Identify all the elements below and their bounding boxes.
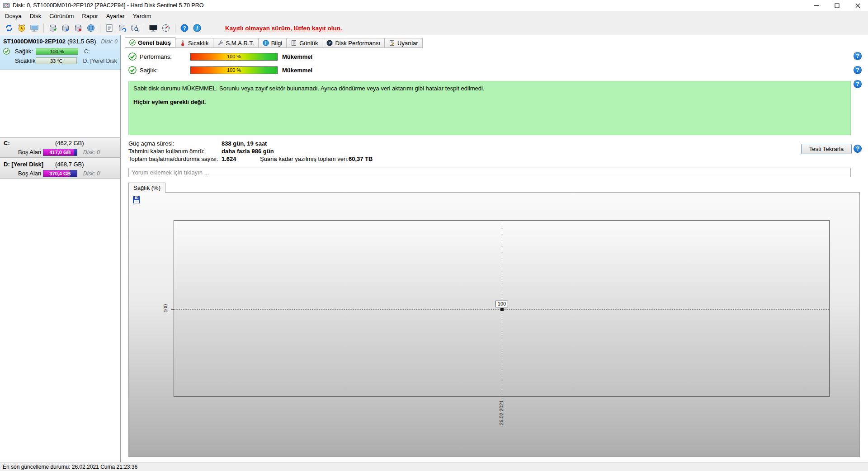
status-text: Sabit disk durumu MÜKEMMEL. Sorunlu veya… [133,85,846,92]
disk-title-row: ST1000DM010-2EP102 (931,5 GB) Disk: 0 [3,38,118,45]
help-icon[interactable]: ? [854,52,862,60]
save-chart-icon[interactable] [132,196,141,204]
help-glyph: ? [856,81,859,87]
tab-label: S.M.A.R.T. [226,40,254,47]
stat-label: Şuana kadar yazılmış toplam veri: [260,155,349,162]
gauge-icon[interactable] [160,22,172,34]
disk-health-row: Sağlık: 100 % C; [3,47,118,55]
register-link[interactable]: Kayıtlı olmayan sürüm, lütfen kayıt olun… [225,25,342,32]
tab-gunluk[interactable]: Günlük [286,38,322,48]
refresh-icon[interactable] [3,22,15,34]
health-value: 100 % [191,67,277,74]
partition-disk-number: Disk: 0 [83,149,100,155]
partition-letter-c: C; [84,48,90,55]
window-title: Disk: 0, ST1000DM010-2EP102 [Z9AC2E94] -… [13,2,203,9]
menu-ayarlar[interactable]: Ayarlar [102,11,129,21]
free-space-value: 370,4 GB [43,170,77,177]
disk-search-icon[interactable] [128,22,141,34]
report-icon[interactable] [103,22,116,34]
maximize-button[interactable] [826,0,847,11]
disk-list-item-selected[interactable]: ST1000DM010-2EP102 (931,5 GB) Disk: 0 Sa… [0,35,120,70]
main-area: ST1000DM010-2EP102 (931,5 GB) Disk: 0 Sa… [0,35,868,462]
help-icon[interactable]: ? [854,80,862,88]
tab-smart[interactable]: S.M.A.R.T. [213,38,259,48]
menu-yardim[interactable]: Yardım [129,11,156,21]
action-text: Hiçbir eylem gerekli değil. [133,99,846,105]
sidebar: ST1000DM010-2EP102 (931,5 GB) Disk: 0 Sa… [0,35,121,462]
tab-label: Uyarılar [397,40,418,47]
partition-capacity: (462,2 GB) [55,140,84,146]
health-chart-panel: 100 100 26.02.2021 [128,192,860,457]
info-icon [263,40,269,46]
monitor-icon[interactable] [28,22,41,34]
partition-capacity: (468,7 GB) [55,161,84,168]
status-bar-text: En son güncelleme durumu: 26.02.2021 Cum… [3,464,137,470]
stat-value: 1.624 [222,155,236,162]
partition-name: D: [Yerel Disk] [4,161,43,168]
disk-detect-icon[interactable] [59,22,72,34]
alarm-icon[interactable] [15,22,28,34]
help-icon[interactable]: ? [854,145,862,153]
tab-label: Sıcaklık [188,40,209,47]
app-icon [3,2,10,9]
stat-row: Güç açma süresi: 838 gün, 19 saat [128,140,716,147]
tab-disk-performansi[interactable]: Disk Performansı [322,38,385,48]
partition-header: D: [Yerel Disk] (468,7 GB) [0,159,120,170]
info-icon[interactable]: i [191,22,203,34]
minimize-button[interactable] [806,0,826,11]
stat-value: daha fazla 986 gün [222,148,274,155]
close-button[interactable] [847,0,868,11]
chart-tab-health[interactable]: Sağlık (%) [128,183,165,193]
free-space-label: Boş Alan [18,149,41,155]
screen-dark-icon[interactable] [147,22,160,34]
partition-item-d[interactable]: D: [Yerel Disk] (468,7 GB) Boş Alan 370,… [0,159,120,179]
disk-refresh-icon[interactable] [116,22,128,34]
disk-test-icon[interactable] [47,22,59,34]
titlebar: Disk: 0, ST1000DM010-2EP102 [Z9AC2E94] -… [0,0,868,11]
tab-sicaklik[interactable]: Sıcaklık [175,38,213,48]
disk-temp-row: Sıcaklık: 33 °C D: [Yerel Disk] [3,57,118,65]
free-space-value: 417,0 GB [43,149,77,155]
tab-bilgi[interactable]: Bilgi [258,38,287,48]
log-icon [291,40,297,46]
tab-label: Günlük [299,40,318,47]
free-space-bar: 417,0 GB [43,149,77,156]
menu-gorunum[interactable]: Görünüm [45,11,78,21]
stat-label: Tahmini kalan kullanım ömrü: [128,148,204,155]
toolbar-separator [144,24,144,33]
help-icon[interactable]: ? [854,66,862,74]
help-icon[interactable]: ? [178,22,191,34]
temperature-bar: 33 °C [36,57,77,64]
disk-remove-icon[interactable] [72,22,85,34]
y-axis-tick [171,309,174,310]
chart-tab-label: Sağlık (%) [133,184,160,191]
data-point [500,308,504,311]
partition-item-c[interactable]: C: (462,2 GB) Boş Alan 417,0 GB Disk: 0 [0,137,120,158]
help-glyph: ? [856,53,859,59]
data-point-label: 100 [495,301,508,307]
menu-disk[interactable]: Disk [26,11,45,21]
comment-input[interactable] [128,168,851,177]
partition-name: C: [4,140,10,146]
drive-stats: Güç açma süresi: 838 gün, 19 saat Tahmin… [128,140,716,164]
partition-letter-d: D: [Yerel Disk] [83,58,118,64]
toolbar-separator [43,24,44,33]
check-circle-icon [128,52,137,61]
performance-row: Performans: 100 % Mükemmel [128,52,312,61]
health-label: Sağlık: [140,67,190,74]
menu-dosya[interactable]: Dosya [1,11,26,21]
tab-uyarilar[interactable]: Uyarılar [384,38,423,48]
menu-bar: Dosya Disk Görünüm Rapor Ayarlar Yardım [0,11,868,21]
health-label: Sağlık: [15,48,36,55]
tab-genel-bakis[interactable]: Genel bakış [125,37,175,48]
status-bar: En son güncelleme durumu: 26.02.2021 Cum… [0,462,868,471]
stat-label: Toplam başlatma/durdurma sayısı: [128,155,218,162]
svg-text:?: ? [183,25,186,31]
menu-rapor[interactable]: Rapor [78,11,102,21]
wrench-icon [217,40,224,46]
y-axis-tick-label: 100 [163,302,168,314]
retest-button[interactable]: Testi Tekrarla [801,144,852,154]
performance-bar: 100 % [190,53,278,61]
network-disk-icon[interactable] [85,22,97,34]
tab-label: Genel bakış [138,39,171,46]
